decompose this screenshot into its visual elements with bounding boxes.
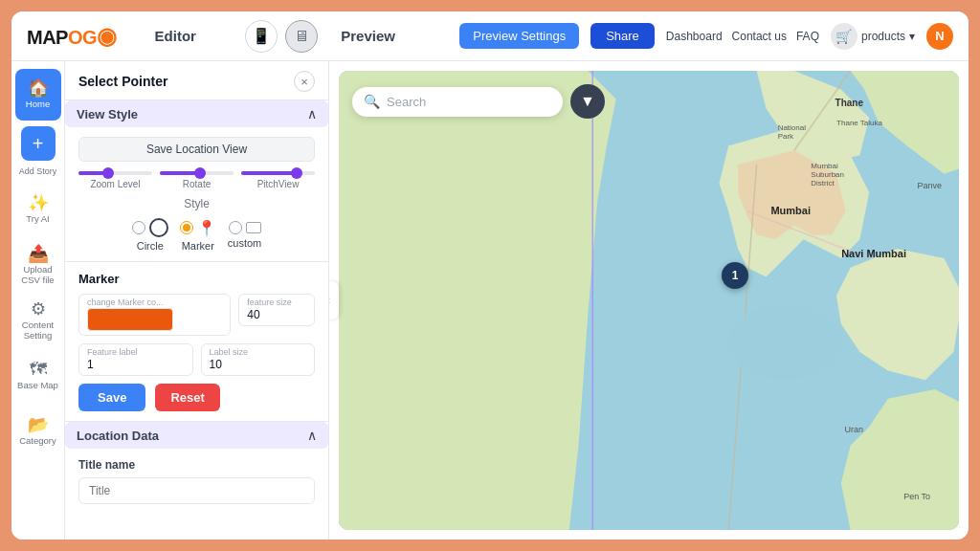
panel-collapse-button[interactable]: ‹ [329,281,339,320]
feature-label-wrapper[interactable]: Feature label 1 [78,343,193,376]
view-style-title: View Style [77,107,138,121]
zoom-level-thumb[interactable] [102,167,114,179]
zoom-level-slider[interactable]: Zoom Level [78,171,152,189]
style-radio-group: Circle 📍 Marker [78,218,315,252]
preview-label: Preview [341,28,395,44]
add-icon: + [33,133,44,155]
marker-number: 1 [732,269,739,282]
app-logo: MAPOG◉ [27,23,117,50]
pitchview-slider[interactable]: PitchView [241,171,315,189]
marker-radio-indicator [180,221,193,234]
view-style-section: View Style ∧ Save Location View Zoom Lev… [65,100,328,262]
base-map-icon: 🗺 [30,361,47,378]
feature-size-value: 40 [247,308,306,321]
marker-color-swatch[interactable] [87,308,173,331]
map-marker-1[interactable]: 1 [722,262,748,289]
radio-circle[interactable]: Circle [132,218,168,252]
view-style-header[interactable]: View Style ∧ [65,100,328,127]
sidebar-home-label: Home [26,99,50,109]
products-chevron-icon: ▾ [909,30,915,43]
custom-radio-label: custom [228,237,261,249]
dashboard-link[interactable]: Dashboard [666,30,723,43]
marker-radio-label: Marker [182,240,214,252]
marker-form-row-1: change Marker co... feature size 40 [78,294,315,336]
panel-header: Select Pointer × [65,61,328,100]
feature-size-field: feature size 40 [238,294,315,336]
map-svg [339,71,959,530]
pitchview-fill [241,171,297,175]
rotate-label: Rotate [183,179,211,189]
products-button[interactable]: 🛒 products ▾ [831,23,915,50]
svg-point-12 [728,305,841,380]
try-ai-icon: ✨ [28,194,49,211]
sidebar-item-base-map[interactable]: 🗺 Base Map [15,350,61,402]
panel-close-button[interactable]: × [294,71,315,92]
faq-link[interactable]: FAQ [796,30,819,43]
title-input[interactable] [78,477,315,504]
select-pointer-panel: Select Pointer × View Style ∧ Save Locat… [65,61,329,540]
pitchview-thumb[interactable] [291,167,302,179]
map-search-bar: 🔍 Search ▼ [352,84,902,119]
circle-radio-label: Circle [137,240,164,252]
change-marker-field: change Marker co... [78,294,231,336]
feature-size-wrapper[interactable]: feature size 40 [238,294,315,326]
search-placeholder: Search [387,95,426,109]
upload-csv-icon: 📤 [28,245,49,262]
sidebar-item-try-ai[interactable]: ✨ Try AI [15,184,61,235]
panel-title: Select Pointer [78,74,167,89]
search-box[interactable]: 🔍 Search [352,87,563,117]
rotate-slider[interactable]: Rotate [160,171,234,189]
main-content: 🏠 Home + Add Story ✨ Try AI 📤 Upload CSV… [11,61,969,540]
label-size-label: Label size [210,348,307,357]
sidebar-item-home[interactable]: 🏠 Home [15,69,61,121]
marker-save-button[interactable]: Save [78,384,145,411]
circle-shape-icon [149,218,168,237]
label-size-field: Label size 10 [201,343,316,376]
nav-links: Dashboard Contact us FAQ [666,30,819,43]
radio-marker[interactable]: 📍 Marker [180,219,216,252]
location-data-header[interactable]: Location Data ∧ [65,422,328,449]
top-navigation: MAPOG◉ Editor 📱 🖥 Preview Preview Settin… [11,11,969,61]
sidebar-base-map-label: Base Map [17,381,58,390]
contact-link[interactable]: Contact us [732,30,787,43]
map-view[interactable]: 🔍 Search ▼ Thane Thane Taluka NationalPa… [339,71,959,530]
collapse-arrow-icon: ‹ [329,294,330,307]
sidebar-upload-csv-label: Upload CSV file [15,265,61,285]
location-data-title: Location Data [77,429,159,443]
device-toggle-group: 📱 🖥 Preview [245,20,411,53]
desktop-view-button[interactable]: 🖥 [285,20,318,53]
radio-custom[interactable]: custom [228,221,261,249]
save-location-view-button[interactable]: Save Location View [78,137,315,162]
user-avatar[interactable]: N [926,23,953,50]
feature-size-label: feature size [247,298,306,307]
zoom-level-label: Zoom Level [90,179,140,189]
category-icon: 📂 [28,416,49,433]
change-marker-label: change Marker co... [87,298,222,307]
preview-settings-button[interactable]: Preview Settings [459,23,579,49]
custom-shape-icon [246,222,261,233]
sidebar-add-story-button[interactable]: + [21,126,56,161]
nav-right-actions: Preview Settings Share Dashboard Contact… [459,23,953,50]
location-data-chevron-icon: ∧ [307,428,317,443]
filter-button[interactable]: ▼ [570,84,605,119]
zoom-level-track [78,171,152,175]
label-size-value: 10 [210,358,307,371]
marker-shape-icon: 📍 [197,219,216,237]
products-icon: 🛒 [831,23,858,50]
share-button[interactable]: Share [590,23,655,49]
sidebar-item-category[interactable]: 📂 Category [15,406,61,457]
sidebar-try-ai-label: Try AI [26,214,49,224]
home-icon: 🏠 [28,79,49,97]
left-sidebar: 🏠 Home + Add Story ✨ Try AI 📤 Upload CSV… [11,61,65,540]
pitchview-label: PitchView [257,179,300,189]
mobile-view-button[interactable]: 📱 [245,20,278,53]
label-size-wrapper[interactable]: Label size 10 [201,343,316,376]
marker-reset-button[interactable]: Reset [155,384,219,411]
rotate-thumb[interactable] [194,167,206,179]
sidebar-item-upload-csv[interactable]: 📤 Upload CSV file [15,239,61,291]
marker-action-row: Save Reset [78,384,315,411]
location-data-section: Location Data ∧ Title name [65,422,328,514]
sidebar-item-content-setting[interactable]: ⚙ Content Setting [15,295,61,346]
sidebar-content-setting-label: Content Setting [15,320,61,341]
style-section-title: Style [78,197,315,210]
